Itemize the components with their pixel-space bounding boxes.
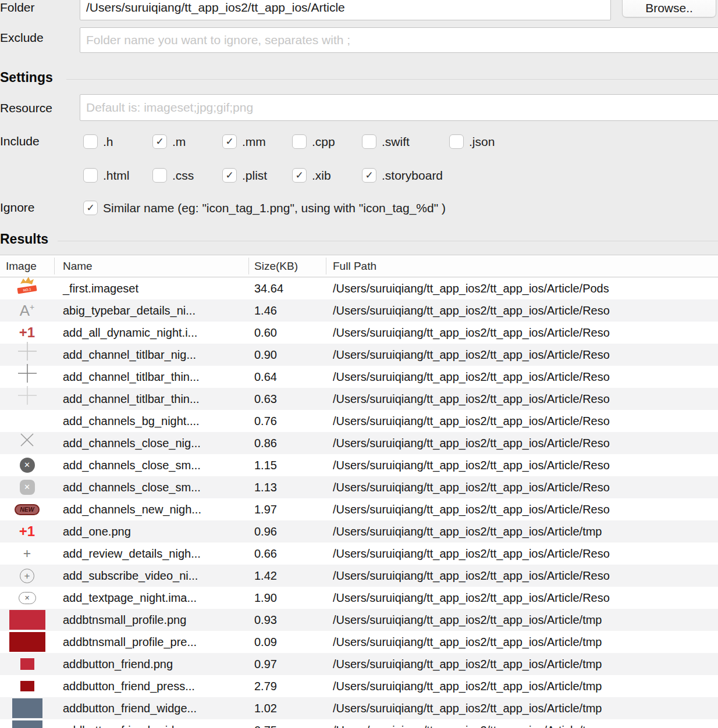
settings-divider <box>66 79 718 80</box>
resource-size: 0.64 <box>254 366 277 388</box>
table-row[interactable]: addbutton_friend_widge... 0.75 /Users/su… <box>0 719 718 728</box>
checkbox[interactable] <box>83 168 98 183</box>
exclude-input[interactable] <box>80 27 718 53</box>
column-separator[interactable] <box>326 258 326 274</box>
results-table-header: Image Name Size(KB) Full Path <box>0 255 718 277</box>
checkbox[interactable] <box>292 134 307 149</box>
rect-icon <box>9 610 45 630</box>
resource-size: 1.97 <box>254 498 277 520</box>
table-row[interactable]: NO.1 _first.imageset 34.64 /Users/suruiq… <box>0 277 718 299</box>
column-header-image[interactable]: Image <box>6 255 37 277</box>
plus-one-icon: +1 <box>19 326 35 340</box>
resource-path: /Users/suruiqiang/tt_app_ios2/tt_app_ios… <box>333 631 718 653</box>
checkbox[interactable] <box>83 134 98 149</box>
resource-size: 0.86 <box>254 432 277 454</box>
checkbox[interactable]: ✓ <box>222 134 237 149</box>
include-option-html[interactable]: .html <box>83 168 152 183</box>
include-option-m[interactable]: ✓ .m <box>152 134 222 149</box>
table-row[interactable]: +1 add_all_dynamic_night.i... 0.60 /User… <box>0 322 718 344</box>
include-option-h[interactable]: .h <box>83 134 152 149</box>
resource-name: add_channels_bg_night.... <box>63 410 200 432</box>
table-row[interactable]: add_channels_close_nig... 0.86 /Users/su… <box>0 432 718 454</box>
checkbox[interactable] <box>152 168 167 183</box>
table-row[interactable]: ✕ add_channels_close_sm... 1.13 /Users/s… <box>0 476 718 498</box>
include-option-xib[interactable]: ✓ .xib <box>292 168 362 183</box>
column-header-fullpath[interactable]: Full Path <box>333 255 376 277</box>
resource-path: /Users/suruiqiang/tt_app_ios2/tt_app_ios… <box>333 410 718 432</box>
table-row[interactable]: add_channel_titlbar_nig... 0.90 /Users/s… <box>0 344 718 366</box>
resource-name: abig_typebar_details_ni... <box>63 299 196 322</box>
resource-name: addbutton_friend.png <box>63 653 173 675</box>
table-row[interactable]: addbtnsmall_profile_pre... 0.09 /Users/s… <box>0 631 718 653</box>
checkbox[interactable]: ✓ <box>222 168 237 183</box>
resource-name: add_one.png <box>63 520 131 543</box>
new-badge-icon: NEW <box>15 504 40 515</box>
table-row[interactable]: addbutton_friend.png 0.97 /Users/suruiqi… <box>0 653 718 675</box>
circle-plus-icon: + <box>20 569 34 583</box>
resource-name: add_channel_titlbar_nig... <box>63 344 196 366</box>
table-row[interactable]: add_channel_titlbar_thin... 0.63 /Users/… <box>0 388 718 410</box>
checkbox-label: .mm <box>242 135 266 149</box>
resource-name: addbutton_friend_widge... <box>63 719 197 728</box>
column-separator[interactable] <box>54 258 55 274</box>
include-option-css[interactable]: .css <box>152 168 222 183</box>
results-divider <box>58 241 718 241</box>
table-row[interactable]: +1 add_one.png 0.96 /Users/suruiqiang/tt… <box>0 520 718 543</box>
include-option-swift[interactable]: .swift <box>362 134 449 149</box>
resource-size: 0.75 <box>254 719 277 728</box>
table-row[interactable]: addbutton_friend_widge... 1.02 /Users/su… <box>0 697 718 719</box>
browse-button[interactable]: Browse.. <box>622 0 716 17</box>
resource-size: 1.15 <box>254 454 277 476</box>
ignore-similar-option[interactable]: ✓ Similar name (eg: "icon_tag_1.png", us… <box>83 201 446 215</box>
folder-input[interactable] <box>80 0 611 20</box>
x-filled-icon: ✕ <box>20 480 35 495</box>
table-row[interactable]: ✕ add_textpage_night.ima... 1.90 /Users/… <box>0 587 718 609</box>
resource-path: /Users/suruiqiang/tt_app_ios2/tt_app_ios… <box>333 476 718 498</box>
results-table-body: NO.1 _first.imageset 34.64 /Users/suruiq… <box>0 277 718 728</box>
resource-size: 34.64 <box>254 277 283 299</box>
resource-size: 1.90 <box>254 587 277 609</box>
checkbox-label: .storyboard <box>382 169 443 183</box>
include-option-mm[interactable]: ✓ .mm <box>222 134 292 149</box>
resource-size: 0.96 <box>254 520 277 543</box>
table-row[interactable]: addbutton_friend_press... 2.79 /Users/su… <box>0 675 718 697</box>
resource-path: /Users/suruiqiang/tt_app_ios2/tt_app_ios… <box>333 675 718 697</box>
column-separator[interactable] <box>248 258 249 274</box>
checkbox[interactable]: ✓ <box>152 134 167 149</box>
resource-size: 1.02 <box>254 697 277 719</box>
checkbox[interactable]: ✓ <box>362 168 376 183</box>
include-option-storyboard[interactable]: ✓ .storyboard <box>362 168 432 183</box>
resource-path: /Users/suruiqiang/tt_app_ios2/tt_app_ios… <box>333 653 718 675</box>
table-row[interactable]: add_channel_titlbar_thin... 0.64 /Users/… <box>0 366 718 388</box>
column-header-name[interactable]: Name <box>63 255 93 277</box>
resource-size: 1.42 <box>254 565 277 587</box>
resource-size: 0.93 <box>254 609 277 631</box>
include-option-plist[interactable]: ✓ .plist <box>222 168 292 183</box>
include-option-cpp[interactable]: .cpp <box>292 134 362 149</box>
resource-name: add_channels_close_sm... <box>63 476 201 498</box>
table-row[interactable]: add_channels_bg_night.... 0.76 /Users/su… <box>0 410 718 432</box>
results-section-header: Results <box>0 231 48 247</box>
table-row[interactable]: NEW add_channels_new_nigh... 1.97 /Users… <box>0 498 718 520</box>
resource-path: /Users/suruiqiang/tt_app_ios2/tt_app_ios… <box>333 543 718 565</box>
resource-size: 0.90 <box>254 344 277 366</box>
checkbox-label: .h <box>103 135 113 149</box>
include-extensions-row-1: .h ✓ .m ✓ .mm .cpp .swift .json <box>83 134 519 149</box>
table-row[interactable]: A+ abig_typebar_details_ni... 1.46 /User… <box>0 299 718 322</box>
resource-size: 2.79 <box>254 675 277 697</box>
checkbox[interactable] <box>362 134 376 149</box>
rect-icon <box>12 720 42 728</box>
resource-size: 1.46 <box>254 299 277 322</box>
resource-input[interactable] <box>80 94 718 121</box>
checkbox[interactable] <box>449 134 464 149</box>
table-row[interactable]: + add_subscribe_video_ni... 1.42 /Users/… <box>0 565 718 587</box>
checkbox[interactable]: ✓ <box>292 168 307 183</box>
checkbox-label: .m <box>172 135 186 149</box>
table-row[interactable]: addbtnsmall_profile.png 0.93 /Users/suru… <box>0 609 718 631</box>
table-row[interactable]: ✕ add_channels_close_sm... 1.15 /Users/s… <box>0 454 718 476</box>
column-header-size[interactable]: Size(KB) <box>254 255 298 277</box>
include-option-json[interactable]: .json <box>449 134 519 149</box>
ignore-similar-checkbox[interactable]: ✓ <box>83 201 98 215</box>
table-row[interactable]: + add_review_details_nigh... 0.66 /Users… <box>0 543 718 565</box>
resource-path: /Users/suruiqiang/tt_app_ios2/tt_app_ios… <box>333 322 718 344</box>
